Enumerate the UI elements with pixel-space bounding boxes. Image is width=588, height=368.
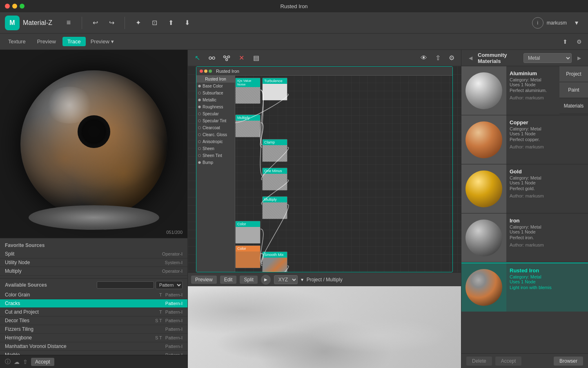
node-color2[interactable]: Color [235, 245, 261, 268]
project-button[interactable]: Project [559, 66, 588, 82]
node-max-dot[interactable] [209, 70, 212, 73]
node-turbulence[interactable]: Turbulence [262, 78, 287, 101]
materials-button[interactable]: Materials [559, 98, 588, 114]
node-min-dot[interactable] [204, 70, 207, 73]
info-button[interactable]: i [532, 17, 543, 29]
source-item[interactable]: Manhattan Voronoi Distance Pattern-I [0, 342, 187, 351]
socket-clearcoat[interactable] [198, 126, 201, 129]
xyz-select[interactable]: XYZ UV [274, 275, 298, 284]
source-item[interactable]: Fizzers Tiling Pattern-I [0, 325, 187, 334]
expand-button[interactable]: ▶ [575, 54, 583, 62]
avail-sources-search[interactable] [97, 281, 154, 289]
material-card-iron[interactable]: Iron Category: Metal Uses 1 Node Perfect… [461, 213, 588, 263]
minimize-button[interactable] [12, 4, 17, 9]
paint-button[interactable]: Paint [559, 82, 588, 98]
node-win-name: Rusted Iron [216, 69, 239, 74]
fav-source-item[interactable]: Split Operator-I [0, 250, 187, 258]
node-close-dot[interactable] [200, 70, 203, 73]
mat-socket-row: Specular Tint [196, 117, 235, 124]
node-multiply2[interactable]: Multiply [262, 196, 287, 219]
eye-button[interactable]: 👁 [418, 52, 430, 64]
node-iqs-title: IQs Value Noise [236, 78, 260, 87]
mat-socket-row: Anisotropic [196, 138, 235, 145]
category-select[interactable]: Metal Wood Stone [523, 53, 572, 63]
download-button[interactable]: ⬇ [180, 16, 194, 29]
redo-button[interactable]: ↪ [105, 16, 118, 29]
fav-source-type: Operator-I [162, 269, 183, 274]
export-button[interactable]: ⬆ [559, 36, 571, 47]
node-clamp[interactable]: Clamp [262, 139, 287, 162]
node-split-btn[interactable]: Split [240, 276, 257, 284]
share-icon[interactable]: ⇧ [23, 359, 28, 365]
fav-source-item[interactable]: Multiply Operator-I [0, 267, 187, 276]
socket-spec-tint[interactable] [198, 119, 201, 122]
node-canvas[interactable]: Rusted Iron Rusted Iron Base Color Subsu… [188, 66, 461, 272]
mat-node-title: Rusted Iron [196, 76, 235, 83]
close-button[interactable] [5, 4, 10, 9]
preview-dropdown[interactable]: Preview ▾ [87, 37, 117, 46]
source-item[interactable]: Herringbone S T Pattern-I [0, 334, 187, 342]
source-item[interactable]: Decor Tiles S T Pattern-I [0, 316, 187, 325]
source-item[interactable]: Cut and Project T Pattern-I [0, 308, 187, 316]
socket-bump[interactable] [198, 161, 201, 164]
node-add-tool[interactable] [220, 52, 233, 64]
node-oneminus[interactable]: One Minus [262, 168, 287, 191]
node-iqs[interactable]: IQs Value Noise [235, 78, 261, 104]
user-dropdown-button[interactable]: ▾ [570, 16, 583, 29]
node-smoothmix[interactable]: Smooth Mix [262, 251, 287, 272]
accept-button[interactable]: Accept [31, 358, 54, 366]
fav-source-name: Multiply [5, 268, 162, 274]
tab-trace[interactable]: Trace [62, 37, 86, 46]
info-icon[interactable]: ⓘ [5, 358, 11, 366]
socket-roughness[interactable] [198, 105, 201, 108]
undo-button[interactable]: ↩ [89, 16, 102, 29]
collapse-button[interactable]: ◀ [466, 54, 474, 62]
settings-button[interactable]: ⚙ [573, 36, 585, 47]
browser-button[interactable]: Browser [554, 357, 583, 366]
node-edit-btn[interactable]: Edit [220, 276, 237, 284]
texture-nodes-area: IQs Value Noise Turbulence Multiply [235, 76, 452, 272]
node-multiply1[interactable]: Multiply [235, 114, 261, 137]
source-item-selected[interactable]: Cracks Pattern-I [0, 299, 187, 308]
titlebar: Rusted Iron [0, 0, 588, 12]
accept-community-button[interactable]: Accept [495, 357, 522, 366]
share-button[interactable]: ⇧ [432, 52, 444, 64]
node-layers-tool[interactable]: ▤ [250, 52, 262, 64]
node-preview-btn[interactable]: Preview [191, 276, 217, 284]
socket-anisotropic[interactable] [198, 140, 201, 143]
avail-sources-filter[interactable]: Pattern [156, 281, 183, 289]
upload-button[interactable]: ⬆ [164, 16, 177, 29]
socket-base-color[interactable] [198, 85, 201, 88]
source-item[interactable]: Marble Pattern-I [0, 351, 187, 355]
node-color1[interactable]: Color [235, 221, 261, 244]
cloud-icon[interactable]: ☁ [14, 359, 20, 365]
frame-tool-button[interactable]: ⊡ [148, 16, 161, 29]
node-settings-button[interactable]: ⚙ [445, 52, 458, 64]
node-delete-tool[interactable]: ✕ [235, 52, 247, 64]
socket-specular[interactable] [198, 112, 201, 115]
fav-source-item[interactable]: Utility Node System-I [0, 258, 187, 267]
node-select-tool[interactable]: ↖ [191, 52, 203, 64]
source-item[interactable]: Color Grain T Pattern-I [0, 291, 187, 299]
socket-sheen-tint[interactable] [198, 154, 201, 157]
socket-clearcoat-gloss[interactable] [198, 133, 201, 136]
mat-socket-row: Base Color [196, 83, 235, 90]
maximize-button[interactable] [20, 4, 24, 9]
node-toolbar-right: 👁 ⇧ ⚙ [418, 52, 458, 64]
socket-sheen[interactable] [198, 147, 201, 150]
play-button[interactable]: ▶ [261, 275, 271, 285]
avail-sources-title: Available Sources [5, 282, 97, 288]
node-smoothmix-title: Smooth Mix [263, 252, 287, 258]
socket-subsurface[interactable] [198, 92, 201, 94]
material-card-copper[interactable]: Copper Category: Metal Uses 1 Node Perfe… [461, 115, 588, 164]
node-win-dots [200, 70, 212, 73]
material-card-rusted-iron[interactable]: Rusted Iron Category: Metal Uses 1 Node … [461, 263, 588, 312]
hamburger-button[interactable]: ≡ [62, 16, 75, 29]
cursor-tool-button[interactable]: ✦ [131, 16, 145, 29]
tab-texture[interactable]: Texture [3, 37, 31, 46]
node-connect-tool[interactable] [206, 52, 218, 64]
socket-metallic[interactable] [198, 99, 201, 101]
material-card-gold[interactable]: Gold Category: Metal Uses 1 Node Perfect… [461, 164, 588, 213]
tab-preview[interactable]: Preview [32, 37, 61, 46]
delete-button[interactable]: Delete [466, 357, 492, 366]
